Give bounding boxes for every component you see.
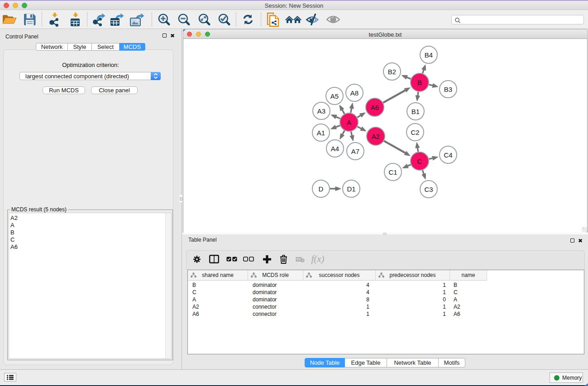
svg-text:C3: C3 — [424, 186, 433, 193]
svg-text:B1: B1 — [411, 108, 420, 115]
svg-text:B4: B4 — [425, 51, 433, 59]
svg-text:A8: A8 — [350, 89, 359, 97]
svg-text:D: D — [319, 185, 324, 193]
svg-text:A: A — [347, 119, 351, 126]
svg-text:A3: A3 — [317, 107, 325, 115]
svg-text:A4: A4 — [331, 145, 339, 152]
svg-text:D1: D1 — [347, 185, 355, 193]
svg-text:A5: A5 — [330, 92, 339, 100]
svg-text:B3: B3 — [444, 86, 452, 93]
svg-text:A6: A6 — [371, 104, 379, 111]
svg-text:A7: A7 — [351, 148, 359, 155]
svg-text:C4: C4 — [444, 151, 452, 159]
svg-text:C2: C2 — [411, 129, 419, 136]
svg-text:A1: A1 — [317, 129, 325, 137]
svg-text:A2: A2 — [372, 133, 380, 140]
svg-text:C1: C1 — [388, 168, 397, 176]
svg-text:B2: B2 — [388, 68, 396, 76]
svg-text:B: B — [417, 79, 422, 86]
svg-text:C: C — [417, 157, 422, 165]
